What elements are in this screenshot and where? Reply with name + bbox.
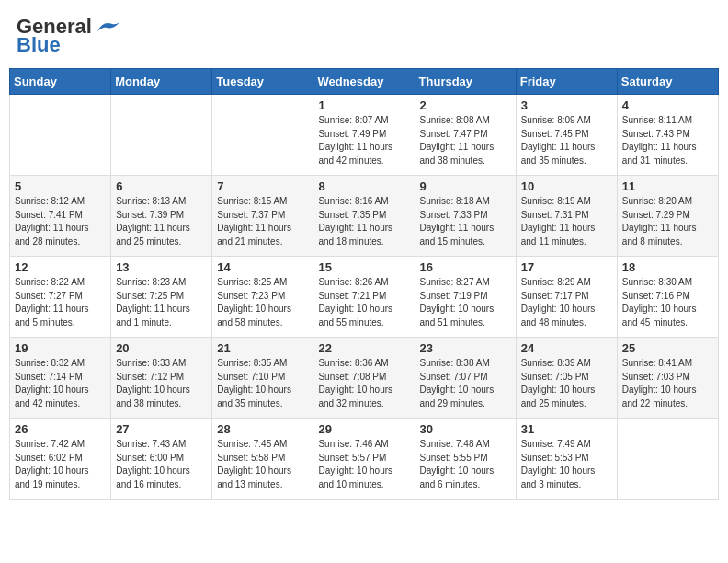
day-info: Sunrise: 8:35 AM Sunset: 7:10 PM Dayligh…: [217, 357, 308, 410]
calendar-cell: 31Sunrise: 7:49 AM Sunset: 5:53 PM Dayli…: [516, 419, 617, 500]
day-number: 7: [217, 179, 308, 193]
day-info: Sunrise: 8:15 AM Sunset: 7:37 PM Dayligh…: [217, 195, 308, 248]
calendar-header-monday: Monday: [111, 69, 212, 95]
calendar-cell: [111, 95, 212, 176]
day-info: Sunrise: 8:20 AM Sunset: 7:29 PM Dayligh…: [622, 195, 713, 248]
day-number: 12: [15, 260, 106, 274]
calendar-cell: 17Sunrise: 8:29 AM Sunset: 7:17 PM Dayli…: [516, 257, 617, 338]
calendar-cell: 3Sunrise: 8:09 AM Sunset: 7:45 PM Daylig…: [516, 95, 617, 176]
logo-bird-icon: [94, 18, 119, 35]
calendar-cell: 12Sunrise: 8:22 AM Sunset: 7:27 PM Dayli…: [10, 257, 111, 338]
calendar-cell: 30Sunrise: 7:48 AM Sunset: 5:55 PM Dayli…: [415, 419, 516, 500]
calendar-header-row: SundayMondayTuesdayWednesdayThursdayFrid…: [10, 69, 719, 95]
day-info: Sunrise: 8:22 AM Sunset: 7:27 PM Dayligh…: [15, 276, 106, 329]
day-number: 14: [217, 260, 308, 274]
calendar-cell: 8Sunrise: 8:16 AM Sunset: 7:35 PM Daylig…: [313, 176, 415, 257]
day-info: Sunrise: 7:46 AM Sunset: 5:57 PM Dayligh…: [318, 438, 409, 491]
day-info: Sunrise: 8:25 AM Sunset: 7:23 PM Dayligh…: [217, 276, 308, 329]
day-number: 29: [318, 422, 409, 436]
day-number: 23: [420, 341, 511, 355]
calendar-cell: 2Sunrise: 8:08 AM Sunset: 7:47 PM Daylig…: [415, 95, 516, 176]
calendar-week-row: 19Sunrise: 8:32 AM Sunset: 7:14 PM Dayli…: [10, 338, 719, 419]
day-number: 22: [318, 341, 409, 355]
calendar-cell: 7Sunrise: 8:15 AM Sunset: 7:37 PM Daylig…: [212, 176, 313, 257]
logo: General Blue: [17, 15, 119, 57]
calendar-header-sunday: Sunday: [10, 69, 111, 95]
calendar-cell: 18Sunrise: 8:30 AM Sunset: 7:16 PM Dayli…: [617, 257, 718, 338]
calendar-cell: 21Sunrise: 8:35 AM Sunset: 7:10 PM Dayli…: [212, 338, 313, 419]
day-info: Sunrise: 8:12 AM Sunset: 7:41 PM Dayligh…: [15, 195, 106, 248]
day-info: Sunrise: 8:13 AM Sunset: 7:39 PM Dayligh…: [116, 195, 207, 248]
calendar-cell: [10, 95, 111, 176]
calendar-cell: 22Sunrise: 8:36 AM Sunset: 7:08 PM Dayli…: [313, 338, 415, 419]
calendar-body: 1Sunrise: 8:07 AM Sunset: 7:49 PM Daylig…: [10, 95, 719, 500]
day-info: Sunrise: 7:45 AM Sunset: 5:58 PM Dayligh…: [217, 438, 308, 491]
calendar-cell: 26Sunrise: 7:42 AM Sunset: 6:02 PM Dayli…: [10, 419, 111, 500]
day-info: Sunrise: 8:30 AM Sunset: 7:16 PM Dayligh…: [622, 276, 713, 329]
day-info: Sunrise: 7:43 AM Sunset: 6:00 PM Dayligh…: [116, 438, 207, 491]
day-number: 1: [318, 98, 409, 112]
day-info: Sunrise: 8:23 AM Sunset: 7:25 PM Dayligh…: [116, 276, 207, 329]
calendar-header-wednesday: Wednesday: [313, 69, 415, 95]
day-number: 20: [116, 341, 207, 355]
day-number: 9: [420, 179, 511, 193]
day-info: Sunrise: 8:07 AM Sunset: 7:49 PM Dayligh…: [318, 114, 409, 167]
day-number: 3: [521, 98, 612, 112]
day-info: Sunrise: 8:09 AM Sunset: 7:45 PM Dayligh…: [521, 114, 612, 167]
day-info: Sunrise: 7:49 AM Sunset: 5:53 PM Dayligh…: [521, 438, 612, 491]
day-info: Sunrise: 8:33 AM Sunset: 7:12 PM Dayligh…: [116, 357, 207, 410]
calendar-cell: 1Sunrise: 8:07 AM Sunset: 7:49 PM Daylig…: [313, 95, 415, 176]
calendar-week-row: 1Sunrise: 8:07 AM Sunset: 7:49 PM Daylig…: [10, 95, 719, 176]
day-info: Sunrise: 8:27 AM Sunset: 7:19 PM Dayligh…: [420, 276, 511, 329]
day-number: 18: [622, 260, 713, 274]
day-info: Sunrise: 8:26 AM Sunset: 7:21 PM Dayligh…: [318, 276, 409, 329]
day-info: Sunrise: 8:38 AM Sunset: 7:07 PM Dayligh…: [420, 357, 511, 410]
day-number: 27: [116, 422, 207, 436]
day-info: Sunrise: 8:19 AM Sunset: 7:31 PM Dayligh…: [521, 195, 612, 248]
day-number: 30: [420, 422, 511, 436]
day-info: Sunrise: 8:39 AM Sunset: 7:05 PM Dayligh…: [521, 357, 612, 410]
calendar-week-row: 5Sunrise: 8:12 AM Sunset: 7:41 PM Daylig…: [10, 176, 719, 257]
calendar-cell: 10Sunrise: 8:19 AM Sunset: 7:31 PM Dayli…: [516, 176, 617, 257]
logo-blue: Blue: [17, 33, 61, 57]
calendar-cell: 23Sunrise: 8:38 AM Sunset: 7:07 PM Dayli…: [415, 338, 516, 419]
calendar-cell: 27Sunrise: 7:43 AM Sunset: 6:00 PM Dayli…: [111, 419, 212, 500]
page-header: General Blue: [9, 9, 719, 63]
day-number: 17: [521, 260, 612, 274]
calendar-cell: 28Sunrise: 7:45 AM Sunset: 5:58 PM Dayli…: [212, 419, 313, 500]
day-number: 5: [15, 179, 106, 193]
calendar-cell: 29Sunrise: 7:46 AM Sunset: 5:57 PM Dayli…: [313, 419, 415, 500]
calendar-cell: 6Sunrise: 8:13 AM Sunset: 7:39 PM Daylig…: [111, 176, 212, 257]
day-number: 2: [420, 98, 511, 112]
day-info: Sunrise: 8:11 AM Sunset: 7:43 PM Dayligh…: [622, 114, 713, 167]
day-number: 15: [318, 260, 409, 274]
calendar-cell: 20Sunrise: 8:33 AM Sunset: 7:12 PM Dayli…: [111, 338, 212, 419]
calendar-cell: 13Sunrise: 8:23 AM Sunset: 7:25 PM Dayli…: [111, 257, 212, 338]
day-number: 26: [15, 422, 106, 436]
calendar-header-thursday: Thursday: [415, 69, 516, 95]
calendar-table: SundayMondayTuesdayWednesdayThursdayFrid…: [9, 68, 719, 500]
day-number: 10: [521, 179, 612, 193]
day-info: Sunrise: 8:08 AM Sunset: 7:47 PM Dayligh…: [420, 114, 511, 167]
day-number: 13: [116, 260, 207, 274]
day-number: 11: [622, 179, 713, 193]
calendar-cell: 9Sunrise: 8:18 AM Sunset: 7:33 PM Daylig…: [415, 176, 516, 257]
calendar-cell: 24Sunrise: 8:39 AM Sunset: 7:05 PM Dayli…: [516, 338, 617, 419]
day-number: 24: [521, 341, 612, 355]
calendar-cell: 15Sunrise: 8:26 AM Sunset: 7:21 PM Dayli…: [313, 257, 415, 338]
day-number: 16: [420, 260, 511, 274]
calendar-cell: [212, 95, 313, 176]
day-info: Sunrise: 8:32 AM Sunset: 7:14 PM Dayligh…: [15, 357, 106, 410]
day-info: Sunrise: 8:16 AM Sunset: 7:35 PM Dayligh…: [318, 195, 409, 248]
calendar-week-row: 26Sunrise: 7:42 AM Sunset: 6:02 PM Dayli…: [10, 419, 719, 500]
calendar-header-friday: Friday: [516, 69, 617, 95]
day-number: 4: [622, 98, 713, 112]
calendar-header-tuesday: Tuesday: [212, 69, 313, 95]
day-info: Sunrise: 8:36 AM Sunset: 7:08 PM Dayligh…: [318, 357, 409, 410]
calendar-cell: 5Sunrise: 8:12 AM Sunset: 7:41 PM Daylig…: [10, 176, 111, 257]
day-number: 21: [217, 341, 308, 355]
day-info: Sunrise: 8:18 AM Sunset: 7:33 PM Dayligh…: [420, 195, 511, 248]
day-number: 19: [15, 341, 106, 355]
calendar-week-row: 12Sunrise: 8:22 AM Sunset: 7:27 PM Dayli…: [10, 257, 719, 338]
day-info: Sunrise: 8:41 AM Sunset: 7:03 PM Dayligh…: [622, 357, 713, 410]
